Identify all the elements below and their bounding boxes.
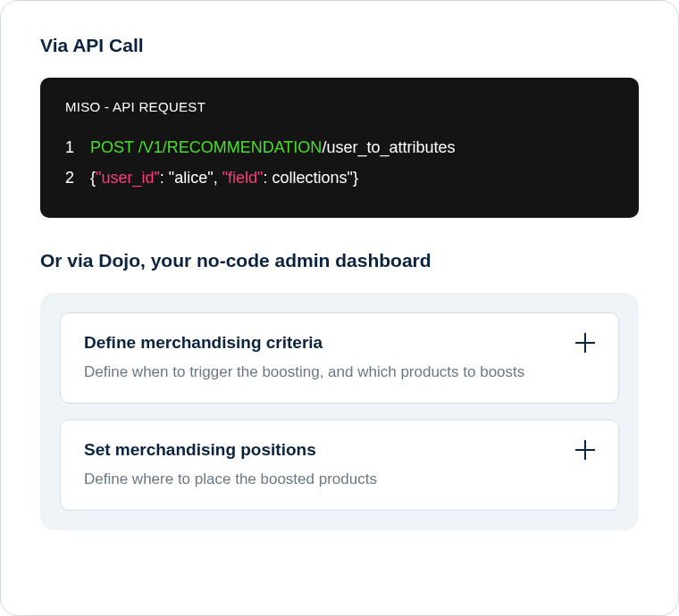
accordion-header: Define merchandising criteria <box>84 333 595 353</box>
code-content: {"user_id": "alice", "field": collection… <box>90 162 358 193</box>
accordion-description: Define where to place the boosted produc… <box>84 469 595 490</box>
accordion-title: Set merchandising positions <box>84 440 316 460</box>
line-number: 1 <box>65 132 90 162</box>
accordion-title: Define merchandising criteria <box>84 333 323 353</box>
code-content: POST /V1/RECOMMENDATION/user_to_attribut… <box>90 132 455 162</box>
accordion-header: Set merchandising positions <box>84 440 595 460</box>
accordion-item-criteria[interactable]: Define merchandising criteria Define whe… <box>60 312 619 404</box>
accordion-item-positions[interactable]: Set merchandising positions Define where… <box>60 420 619 511</box>
main-container: Via API Call MISO - API REQUEST 1POST /V… <box>0 0 679 616</box>
code-block: MISO - API REQUEST 1POST /V1/RECOMMENDAT… <box>40 78 639 218</box>
code-lines: 1POST /V1/RECOMMENDATION/user_to_attribu… <box>65 132 614 193</box>
dojo-panel: Define merchandising criteria Define whe… <box>40 293 639 530</box>
code-line: 2{"user_id": "alice", "field": collectio… <box>65 162 614 193</box>
plus-icon[interactable] <box>575 333 595 353</box>
code-line: 1POST /V1/RECOMMENDATION/user_to_attribu… <box>65 132 614 162</box>
dojo-section-heading: Or via Dojo, your no-code admin dashboar… <box>40 250 639 271</box>
api-section-heading: Via API Call <box>40 35 639 56</box>
plus-icon[interactable] <box>575 440 595 460</box>
line-number: 2 <box>65 162 90 193</box>
code-block-header: MISO - API REQUEST <box>65 99 614 114</box>
accordion-description: Define when to trigger the boosting, and… <box>84 362 595 383</box>
